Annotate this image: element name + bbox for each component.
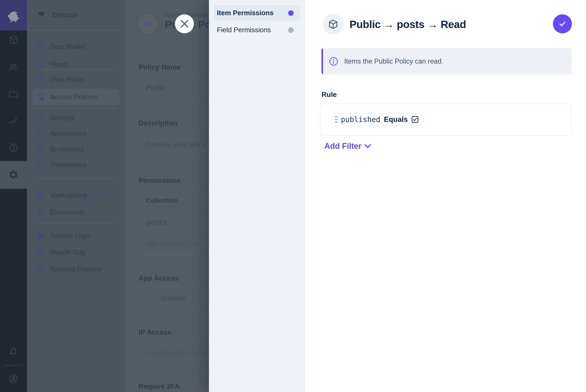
palette-icon xyxy=(37,129,45,138)
sidebar-item-bookmarks[interactable]: Bookmarks xyxy=(27,141,125,158)
header-icon-circle xyxy=(323,14,343,34)
settings-sidebar: Directus Data Model Flows xyxy=(27,0,125,392)
sidebar-item-extensions[interactable]: Extensions xyxy=(27,204,125,221)
module-users-button[interactable] xyxy=(0,62,27,72)
user-avatar-icon xyxy=(8,373,19,384)
add-collection-label: Add Collection xyxy=(146,241,189,248)
inactive-dot-icon xyxy=(288,27,294,33)
notice-accent-stripe xyxy=(321,48,323,74)
drag-handle-icon[interactable] xyxy=(335,116,338,124)
check-icon xyxy=(558,19,567,29)
arrow-left-icon xyxy=(142,18,153,29)
sidebar-divider xyxy=(36,108,116,108)
sidebar-item-label: Request Feature xyxy=(50,265,101,273)
sidebar-item-translations[interactable]: Translations xyxy=(27,156,125,173)
policy-name-value: Public xyxy=(146,84,165,92)
description-value: Controls what API d xyxy=(146,141,206,149)
enabled-checkbox[interactable] xyxy=(145,294,155,304)
docs-help-icon xyxy=(8,142,19,153)
module-bar xyxy=(0,0,27,392)
shapes-icon xyxy=(37,208,45,217)
sidebar-item-label: Extensions xyxy=(50,208,84,216)
beta-badge: Beta xyxy=(94,191,112,200)
chevron-down-icon xyxy=(365,144,371,148)
insights-icon xyxy=(8,116,19,126)
drawer-title: Public → posts → Read xyxy=(350,14,466,34)
sidebar-item-label: User Roles xyxy=(50,76,84,84)
bookmark-icon xyxy=(37,145,45,154)
module-docs-button[interactable] xyxy=(0,142,27,153)
sidebar-item-system-logs[interactable]: System Logs xyxy=(27,227,125,244)
filter-chip[interactable]: published Equals xyxy=(330,113,424,126)
sidebar-item-label: Appearance xyxy=(50,130,87,138)
rule-label: Rule xyxy=(321,90,337,99)
project-status-icon xyxy=(37,10,46,20)
database-icon xyxy=(37,42,45,51)
bug-icon xyxy=(37,248,45,256)
policy-name-label: Policy Name* xyxy=(138,63,185,71)
sidebar-item-settings[interactable]: Settings xyxy=(27,110,125,126)
shield-person-icon xyxy=(37,93,45,101)
sidebar-item-report-bug[interactable]: Report Bug xyxy=(27,244,125,261)
active-dot-icon xyxy=(288,10,294,16)
directus-logo-button[interactable] xyxy=(0,0,27,30)
description-label: Description xyxy=(138,119,177,127)
storefront-icon xyxy=(37,191,45,200)
module-content-button[interactable] xyxy=(0,35,27,45)
sidebar-item-marketplace[interactable]: Marketplace Beta xyxy=(27,187,125,204)
info-icon xyxy=(329,56,338,66)
permissions-drawer: Item Permissions Field Permissions Publi… xyxy=(209,0,586,392)
sidebar-item-user-roles[interactable]: User Roles xyxy=(27,71,125,88)
directus-rabbit-logo-icon xyxy=(5,8,22,22)
sidebar-item-data-model[interactable]: Data Model xyxy=(27,38,125,55)
notifications-button[interactable] xyxy=(0,347,27,357)
users-icon xyxy=(8,62,19,72)
back-button[interactable] xyxy=(138,14,157,34)
sidebar-item-label: Translations xyxy=(50,161,87,169)
terminal-icon xyxy=(37,232,45,240)
rule-card: published Equals xyxy=(320,104,572,136)
sidebar-item-request-feature[interactable]: Request Feature xyxy=(27,261,125,278)
project-header[interactable]: Directus xyxy=(27,0,125,30)
user-menu-button[interactable] xyxy=(0,373,27,384)
sidebar-item-label: System Logs xyxy=(50,232,89,240)
bolt-icon xyxy=(37,60,45,69)
notifications-bell-icon xyxy=(8,347,19,357)
tab-label: Item Permissions xyxy=(217,9,288,17)
drawer-nav: Item Permissions Field Permissions xyxy=(209,0,305,392)
filter-value-checkbox[interactable] xyxy=(411,116,419,123)
sidebar-item-access-policies[interactable]: Access Policies xyxy=(27,89,125,106)
module-bar-divider xyxy=(4,365,22,366)
sidebar-item-appearance[interactable]: Appearance xyxy=(27,125,125,142)
module-settings-button[interactable] xyxy=(0,169,27,180)
drawer-content: Public → posts → Read Items the Public P… xyxy=(305,0,586,392)
tab-item-permissions[interactable]: Item Permissions xyxy=(214,5,300,21)
enabled-label: Enabled xyxy=(161,295,186,302)
filter-operator[interactable]: Equals xyxy=(384,115,408,124)
sidebar-item-flows[interactable]: Flows xyxy=(27,56,125,73)
app-access-label: App Access xyxy=(138,274,179,282)
content-cube-icon xyxy=(8,35,19,45)
box-icon xyxy=(328,19,339,30)
user-roles-icon xyxy=(37,75,45,84)
tab-field-permissions[interactable]: Field Permissions xyxy=(214,22,300,38)
drawer-close-button[interactable] xyxy=(175,14,194,33)
module-files-button[interactable] xyxy=(0,88,27,99)
module-insights-button[interactable] xyxy=(0,116,27,126)
chevron-down-icon xyxy=(193,243,198,246)
save-button[interactable] xyxy=(553,14,572,33)
sidebar-divider xyxy=(36,70,116,70)
sidebar-item-label: Bookmarks xyxy=(50,145,84,153)
filter-field[interactable]: published xyxy=(341,115,380,124)
info-notice: Items the Public Policy can read. xyxy=(321,48,572,74)
translate-icon xyxy=(37,161,45,169)
sidebar-item-label: Access Policies xyxy=(50,93,97,101)
sidebar-item-label: Flows xyxy=(50,60,68,68)
add-filter-button[interactable]: Add Filter xyxy=(324,141,371,152)
required-marker: * xyxy=(182,63,185,70)
add-filter-label: Add Filter xyxy=(324,142,361,151)
ip-access-label: IP Access xyxy=(138,328,171,336)
ip-access-placeholder: Add allowed IP addr xyxy=(146,349,207,357)
sidebar-item-label: Marketplace xyxy=(50,191,87,199)
require-2fa-label: Require 2FA xyxy=(138,382,180,390)
